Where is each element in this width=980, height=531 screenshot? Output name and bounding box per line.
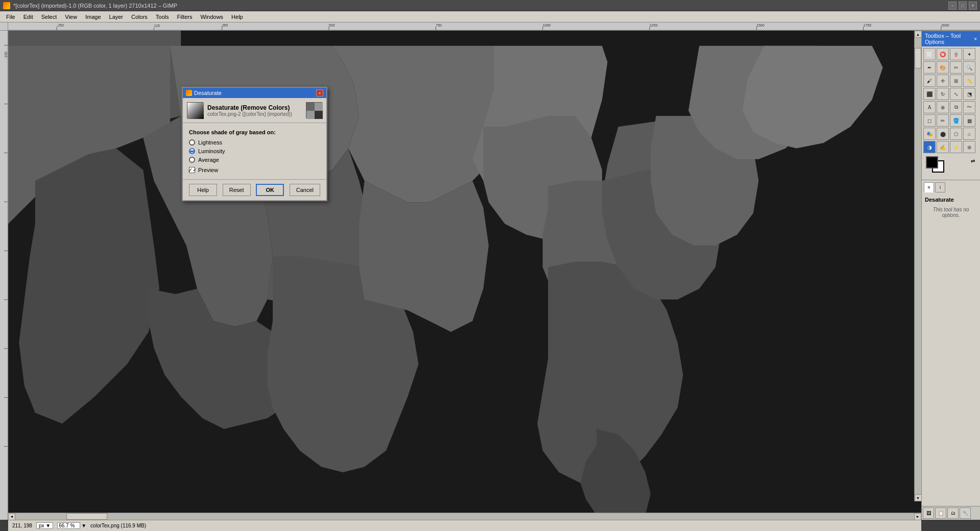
tool-paths[interactable]: ✒ bbox=[923, 61, 936, 74]
menu-filters[interactable]: Filters bbox=[173, 11, 197, 22]
menu-layer[interactable]: Layer bbox=[105, 11, 128, 22]
title-bar-left: *[colorTex] (imported)-1.0 (RGB color, 1… bbox=[3, 2, 177, 9]
radio-luminosity[interactable]: Luminosity bbox=[189, 148, 320, 154]
menu-file[interactable]: File bbox=[2, 11, 19, 22]
radio-luminosity-input[interactable] bbox=[189, 148, 195, 154]
tool-options-tab-options[interactable]: ≡ bbox=[924, 182, 934, 192]
tool-zoom[interactable]: 🔍 bbox=[963, 61, 975, 74]
reset-button[interactable]: Reset bbox=[223, 184, 251, 196]
tool-options-tab-info[interactable]: i bbox=[935, 182, 945, 192]
radio-average[interactable]: Average bbox=[189, 157, 320, 163]
tool-fuzzy-select[interactable]: ✦ bbox=[963, 48, 975, 60]
radio-average-input[interactable] bbox=[189, 157, 195, 163]
ok-button[interactable]: OK bbox=[256, 184, 284, 196]
dialog-close-button[interactable]: × bbox=[316, 89, 323, 96]
bottom-tab-4[interactable]: 🔧 bbox=[960, 508, 971, 519]
svg-text:125: 125 bbox=[154, 24, 160, 28]
help-button[interactable]: Help bbox=[189, 184, 217, 196]
scrollbar-vertical[interactable]: ▲ ▼ bbox=[914, 31, 921, 501]
tool-color-select[interactable]: 🎨 bbox=[937, 61, 949, 74]
tool-measure[interactable]: 📏 bbox=[963, 75, 975, 87]
menu-view[interactable]: View bbox=[61, 11, 81, 22]
scroll-down-button[interactable]: ▼ bbox=[915, 494, 922, 501]
tool-smart-select[interactable]: ⚡ bbox=[950, 141, 962, 153]
tool-row-6: ◻ ✏ 🪣 ▦ bbox=[923, 114, 978, 127]
bottom-tab-1[interactable]: 🖼 bbox=[923, 508, 934, 519]
tool-bucket[interactable]: 🪣 bbox=[950, 114, 962, 127]
tool-colorize[interactable]: 🎭 bbox=[923, 128, 936, 140]
svg-text:2000: 2000 bbox=[941, 23, 949, 27]
close-button[interactable]: × bbox=[969, 2, 977, 10]
tool-align[interactable]: ⊞ bbox=[950, 75, 962, 87]
tool-perspective[interactable]: ⬡ bbox=[950, 128, 962, 140]
bottom-tab-2[interactable]: 📋 bbox=[935, 508, 946, 519]
tool-text[interactable]: A bbox=[923, 101, 936, 113]
tool-crop[interactable]: ⬛ bbox=[923, 88, 936, 100]
tool-ink[interactable]: ✍ bbox=[937, 141, 949, 153]
menu-windows[interactable]: Windows bbox=[196, 11, 227, 22]
tool-paint[interactable]: 🖌 bbox=[923, 75, 936, 87]
toolbox-close-button[interactable]: × bbox=[974, 36, 977, 42]
tool-ellipse-select[interactable]: ⭕ bbox=[937, 48, 949, 60]
menu-image[interactable]: Image bbox=[81, 11, 105, 22]
radio-lightness-input[interactable] bbox=[189, 139, 195, 146]
tool-heal[interactable]: ⊕ bbox=[937, 101, 949, 113]
swap-colors-icon[interactable]: ⇄ bbox=[971, 158, 975, 164]
scrollbar-horizontal[interactable]: ◄ ► bbox=[8, 513, 921, 520]
tool-shear[interactable]: ⬔ bbox=[963, 88, 975, 100]
scroll-left-button[interactable]: ◄ bbox=[8, 513, 15, 520]
tool-options-name: Desaturate bbox=[922, 195, 980, 205]
toolbox-title-bar: Toolbox – Tool Options × bbox=[922, 31, 980, 46]
menu-tools[interactable]: Tools bbox=[152, 11, 173, 22]
zoom-input[interactable] bbox=[57, 522, 80, 529]
menu-colors[interactable]: Colors bbox=[127, 11, 152, 22]
scroll-v-track[interactable] bbox=[915, 38, 921, 494]
cancel-button[interactable]: Cancel bbox=[290, 184, 320, 196]
svg-rect-57 bbox=[306, 103, 315, 111]
svg-rect-55 bbox=[187, 103, 204, 119]
tool-warp[interactable]: ⌂ bbox=[963, 128, 975, 140]
tool-scale[interactable]: ⤡ bbox=[950, 88, 962, 100]
status-bar: 211, 198 px ▼ ▼ colorTex.png (116.9 MB) bbox=[8, 520, 921, 531]
radio-lightness[interactable]: Lightness bbox=[189, 139, 320, 146]
svg-text:1750: 1750 bbox=[864, 23, 872, 27]
tool-misc[interactable]: ⊛ bbox=[963, 141, 975, 153]
tool-options-section: ≡ i bbox=[922, 180, 980, 195]
tool-rect-select[interactable]: ⬜ bbox=[923, 48, 936, 60]
preview-checkbox[interactable]: ✓ bbox=[189, 167, 195, 173]
tool-row-1: ⬜ ⭕ 🪢 ✦ bbox=[923, 48, 978, 60]
foreground-color-swatch[interactable] bbox=[926, 156, 938, 168]
tool-options-tabs: ≡ i bbox=[923, 181, 979, 194]
menu-select[interactable]: Select bbox=[37, 11, 61, 22]
dialog-body: Choose shade of gray based on: Lightness… bbox=[183, 123, 326, 179]
tool-rotate[interactable]: ↻ bbox=[937, 88, 949, 100]
scroll-h-track[interactable] bbox=[15, 513, 914, 520]
tool-desaturate[interactable]: ◑ bbox=[923, 141, 936, 153]
scroll-h-thumb[interactable] bbox=[66, 513, 107, 520]
tool-dodge[interactable]: ⬤ bbox=[937, 128, 949, 140]
menu-help[interactable]: Help bbox=[227, 11, 247, 22]
tool-erase[interactable]: ◻ bbox=[923, 114, 936, 127]
scroll-up-button[interactable]: ▲ bbox=[915, 31, 922, 38]
minimize-button[interactable]: − bbox=[948, 2, 957, 10]
unit-chevron-icon: ▼ bbox=[45, 523, 51, 528]
maximize-button[interactable]: □ bbox=[959, 2, 967, 10]
tool-smudge[interactable]: 〜 bbox=[963, 101, 975, 113]
preview-label: Preview bbox=[198, 167, 218, 173]
scroll-right-button[interactable]: ► bbox=[914, 513, 921, 520]
status-unit-selector[interactable]: px ▼ bbox=[36, 522, 53, 529]
tool-scissors[interactable]: ✂ bbox=[950, 61, 962, 74]
tool-row-2: ✒ 🎨 ✂ 🔍 bbox=[923, 61, 978, 74]
svg-text:1250: 1250 bbox=[650, 23, 658, 27]
tool-move[interactable]: ✛ bbox=[937, 75, 949, 87]
canvas-image bbox=[8, 31, 980, 520]
tool-clone[interactable]: ⧉ bbox=[950, 101, 962, 113]
tool-lasso[interactable]: 🪢 bbox=[950, 48, 962, 60]
menu-edit[interactable]: Edit bbox=[19, 11, 37, 22]
tool-blend[interactable]: ▦ bbox=[963, 114, 975, 127]
bottom-tab-3[interactable]: 🗂 bbox=[947, 508, 959, 519]
tool-pencil[interactable]: ✏ bbox=[937, 114, 949, 127]
canvas-area[interactable]: Desaturate × bbox=[8, 31, 980, 520]
desaturate-dialog[interactable]: Desaturate × bbox=[182, 87, 327, 201]
scroll-v-thumb[interactable] bbox=[915, 48, 921, 68]
